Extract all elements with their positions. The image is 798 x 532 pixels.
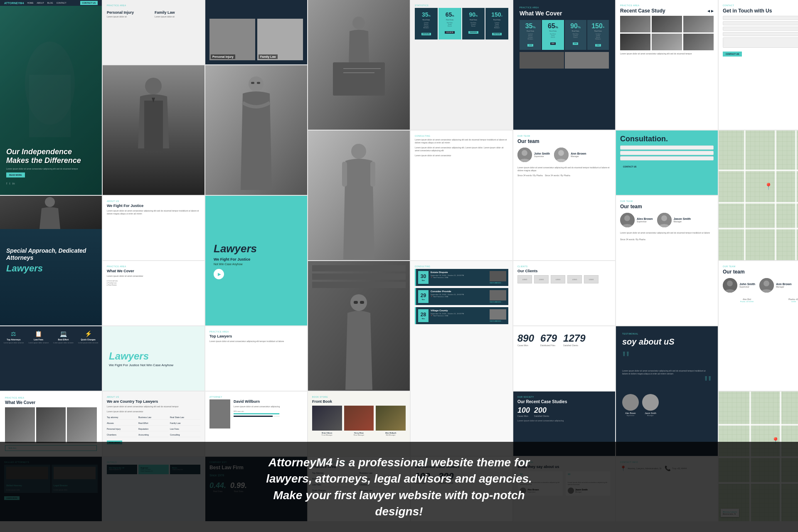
event-1-view-btn[interactable]: VIEW SUBMISSION → [490, 282, 506, 284]
col7-consultation-tile: Consultation. CONTACT US [616, 131, 718, 195]
event-3-view-btn[interactable]: VIEW SUBMISSION → [490, 320, 506, 322]
view-more-btn-2[interactable]: VIEW MORE [445, 31, 455, 34]
cover-images-grid [5, 407, 97, 443]
personal-injury-img: Personal Injury [209, 19, 255, 60]
col6-stat-1: 35% Real Data CriminalDivorceContractMed… [520, 20, 541, 50]
svg-point-30 [522, 150, 527, 156]
country-lawyers-title: We are Country Top Lawyers [107, 399, 200, 404]
what-we-cover-small-title: What We Cover [5, 400, 97, 405]
case-img-6 [683, 34, 714, 50]
col6-view-btn-1[interactable]: VIEW [527, 44, 533, 47]
stat-150: 150+ Real Data ContractFamilyDivorceMedi… [485, 8, 508, 39]
col5-events-tile: Consulting 30 Nov Estate Dispute Septemb… [411, 261, 512, 456]
hero-cta-button[interactable]: READ MORE [6, 172, 25, 177]
event-2: 29 Nov Consider Provide September 19, 19… [415, 288, 508, 305]
col7-soyabout-tile: Testimonial soy about uS " Lorem ipsum d… [616, 326, 718, 456]
member-2-svg [554, 148, 569, 162]
col5-consult-tile: Consulting Lorem ipsum dolor sit amet co… [411, 131, 512, 260]
charges-icon: ⚡ [85, 330, 92, 337]
svg-point-34 [624, 215, 630, 221]
col6-view-btn-3[interactable]: VIEW [573, 42, 579, 45]
overlay-text: AttorneyM4 is a professional website the… [254, 454, 544, 520]
family-law-img: Family Law [257, 19, 303, 60]
play-button[interactable]: ▶ [214, 269, 224, 279]
col7-member-1: Alex Brown Supervisor [620, 213, 653, 227]
nav-link-home[interactable]: HOME [27, 2, 34, 4]
svg-point-36 [661, 215, 667, 221]
view-more-btn-1[interactable]: VIEW MORE [421, 33, 431, 35]
col8-member-1-avatar [723, 278, 737, 293]
linkedin-icon[interactable]: in [12, 182, 15, 185]
lawyers-title: Lawyers [6, 263, 96, 274]
col7-recentcase-tile: Practice Area Recent Case Study ◀ ▶ Lore… [616, 0, 718, 130]
svg-point-40 [764, 281, 769, 286]
col6-view-btn-4[interactable]: VIEW [595, 44, 601, 47]
cover-img-3 [67, 407, 97, 443]
contact-submit-btn[interactable]: CONTACT US [723, 52, 742, 57]
author-2: Jason Smith Manager [642, 394, 659, 416]
svg-rect-2 [29, 75, 71, 137]
contact-message-field[interactable] [723, 37, 798, 48]
svg-point-38 [727, 281, 733, 286]
lawyer-sitting-image [103, 65, 204, 195]
twitter-icon[interactable]: t [9, 182, 10, 185]
col6-team-nav: Since 34 words / By Plasha Since 34 word… [517, 174, 611, 177]
client-logo-4: LOGO [567, 275, 582, 283]
col6-cover-title: What We Cover [520, 10, 609, 17]
col6-view-btn-2[interactable]: VIEW [550, 42, 556, 45]
col7-team-title: Our team [620, 204, 714, 209]
client-logo-5: LOGO [584, 275, 598, 283]
stats-grid: 35% Real Data CriminalDivorceContractMed… [415, 8, 508, 39]
view-more-btn-4[interactable]: VIEW MORE [492, 33, 502, 35]
consult-phone-field[interactable] [620, 156, 714, 160]
map2-road-1 [719, 424, 798, 426]
case-img-1 [620, 16, 650, 32]
stat-90: 90% Real Data Real DataContractDivorce V… [462, 8, 485, 39]
author-2-avatar [642, 394, 659, 411]
nav-link-contact[interactable]: CONTACT [57, 2, 66, 4]
col8-team-social: Alex Bird Plasha +62 ##### Plasha +62 ##… [723, 298, 798, 303]
contact-subject-field[interactable] [723, 32, 798, 36]
col3-lawyer-sit-tile [205, 65, 307, 195]
col8-member-1-svg [723, 278, 737, 293]
svg-point-32 [558, 150, 564, 156]
consult-name-field[interactable] [620, 145, 714, 150]
lawyers-tagline: Not Win Case Anyhow [214, 263, 299, 266]
nav-link-blog[interactable]: BLOG [47, 2, 53, 4]
col5-stats-tile: Statistics 35% Real Data CriminalDivorce… [411, 0, 512, 130]
recentcase-next-btn[interactable]: ▶ [711, 9, 714, 13]
recent-case-title: Recent Case Study [620, 8, 665, 14]
contact-name-field[interactable] [723, 16, 798, 20]
david-name: David Willburn [234, 399, 280, 404]
lawyers-green-title: Lawyers [109, 350, 198, 362]
nav-link-about[interactable]: ABOUT [37, 2, 44, 4]
event-3: 28 Nov Village County September 19, 19:0… [415, 307, 508, 324]
col2-cover-tile: Practice Area What We Cover Lorem ipsum … [103, 261, 204, 325]
recentcase-prev-btn[interactable]: ◀ [707, 9, 710, 13]
satisfied-display: 200 [534, 406, 549, 415]
case-img-2 [652, 16, 682, 32]
fees-icon: 📋 [35, 330, 42, 337]
contact-phone-field[interactable] [723, 27, 798, 31]
top-lawyers-title: Top Lawyers [209, 334, 303, 338]
map-road-4 [744, 131, 746, 260]
col2-lawyer-image-tile [103, 65, 204, 195]
book-cover-2 [344, 406, 374, 431]
client-logos-row: LOGO LOGO LOGO LOGO LOGO [517, 275, 611, 283]
facebook-icon[interactable]: f [6, 182, 7, 185]
col2-fight-tile: About Us We Fight For Justice Lorem ipsu… [103, 196, 204, 260]
view-more-btn-3[interactable]: VIEW MORE [468, 31, 478, 34]
consult-email-field[interactable] [620, 151, 714, 155]
svg-point-4 [45, 197, 55, 207]
col8-member-links-1: Alex Bird Plasha +62 ##### [740, 298, 754, 303]
svg-point-26 [350, 294, 367, 311]
hero2-image [0, 196, 102, 229]
book-cover-3 [376, 406, 406, 431]
cover-list: ▸ Criminal Law ▸ Family Law ▸ Real Estat… [107, 280, 200, 286]
nav-cta-button[interactable]: CONTACT US [80, 1, 98, 5]
event-2-view-btn[interactable]: VIEW SUBMISSION → [490, 301, 506, 303]
contact-email-field[interactable] [723, 21, 798, 25]
consult-submit-btn[interactable]: CONTACT US [620, 164, 639, 169]
person-standing-svg [308, 131, 410, 260]
case-study-images [620, 16, 714, 50]
